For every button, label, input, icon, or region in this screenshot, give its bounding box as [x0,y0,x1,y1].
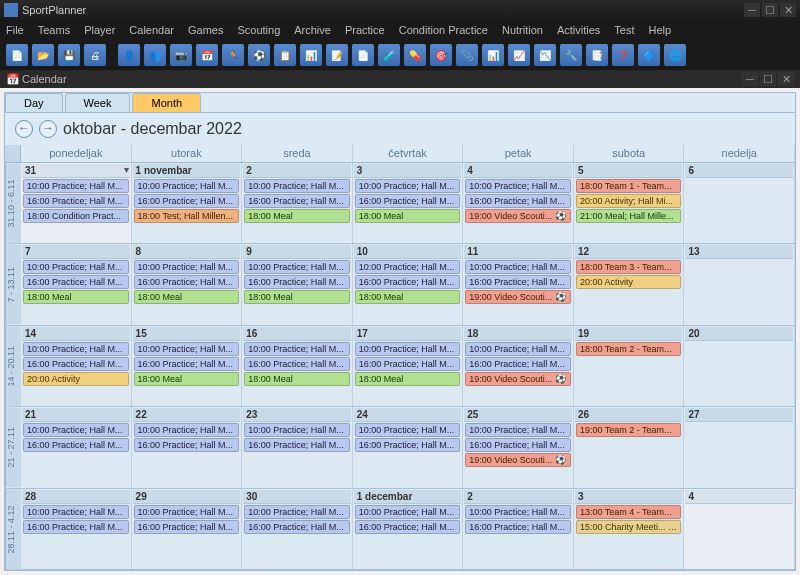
event-practice[interactable]: 16:00 Practice; Hall M... [134,275,240,289]
event-video[interactable]: 19:00 Video Scouti... ⚽ [465,453,571,467]
event-practice[interactable]: 16:00 Practice; Hall M... [465,275,571,289]
event-practice[interactable]: 16:00 Practice; Hall M... [244,520,350,534]
event-team[interactable]: 18:00 Team 1 - Team... [576,179,682,193]
event-meal[interactable]: 18:00 Meal [244,372,350,386]
event-practice[interactable]: 10:00 Practice; Hall M... [355,505,461,519]
event-video[interactable]: 19:00 Video Scouti... ⚽ [465,372,571,386]
event-practice[interactable]: 10:00 Practice; Hall M... [244,179,350,193]
day-cell[interactable]: 1 novembar10:00 Practice; Hall M...16:00… [132,163,243,243]
day-cell[interactable]: 2910:00 Practice; Hall M...16:00 Practic… [132,489,243,569]
toolbar-button-3[interactable]: 🖨 [84,44,106,66]
event-team[interactable]: 18:00 Team 2 - Team... [576,342,682,356]
event-activity[interactable]: 20:00 Activity [576,275,682,289]
toolbar-button-10[interactable]: ⚽ [248,44,270,66]
event-practice[interactable]: 10:00 Practice; Hall M... [23,342,129,356]
menu-help[interactable]: Help [649,24,672,36]
event-practice[interactable]: 10:00 Practice; Hall M... [244,342,350,356]
day-cell[interactable]: 1218:00 Team 3 - Team...20:00 Activity [574,244,685,324]
event-practice[interactable]: 10:00 Practice; Hall M... [134,342,240,356]
event-practice[interactable]: 10:00 Practice; Hall M... [23,423,129,437]
event-practice[interactable]: 10:00 Practice; Hall M... [355,179,461,193]
toolbar-button-9[interactable]: 🏃 [222,44,244,66]
day-cell[interactable]: 2110:00 Practice; Hall M...16:00 Practic… [21,407,132,487]
event-practice[interactable]: 10:00 Practice; Hall M... [134,423,240,437]
toolbar-button-17[interactable]: 🎯 [430,44,452,66]
toolbar-button-23[interactable]: 📑 [586,44,608,66]
toolbar-button-15[interactable]: 🧪 [378,44,400,66]
day-cell[interactable]: 310:00 Practice; Hall M...16:00 Practice… [353,163,464,243]
event-practice[interactable]: 10:00 Practice; Hall M... [244,505,350,519]
event-test[interactable]: 18:00 Test; Hall Millen... [134,209,240,223]
day-cell[interactable]: 31▾10:00 Practice; Hall M...16:00 Practi… [21,163,132,243]
toolbar-button-1[interactable]: 📂 [32,44,54,66]
event-practice[interactable]: 10:00 Practice; Hall M... [244,423,350,437]
event-practice[interactable]: 16:00 Practice; Hall M... [355,438,461,452]
day-cell[interactable]: 1610:00 Practice; Hall M...16:00 Practic… [242,326,353,406]
toolbar-button-5[interactable]: 👤 [118,44,140,66]
day-cell[interactable]: 1510:00 Practice; Hall M...16:00 Practic… [132,326,243,406]
day-cell[interactable]: 1410:00 Practice; Hall M...16:00 Practic… [21,326,132,406]
day-cell[interactable]: 410:00 Practice; Hall M...16:00 Practice… [463,163,574,243]
event-practice[interactable]: 16:00 Practice; Hall M... [465,357,571,371]
maximize-button[interactable]: ☐ [762,3,778,17]
day-cell[interactable]: 1710:00 Practice; Hall M...16:00 Practic… [353,326,464,406]
event-practice[interactable]: 10:00 Practice; Hall M... [23,179,129,193]
day-cell[interactable]: 710:00 Practice; Hall M...16:00 Practice… [21,244,132,324]
prev-button[interactable]: ← [15,120,33,138]
menu-scouting[interactable]: Scouting [237,24,280,36]
day-cell[interactable]: 1 decembar10:00 Practice; Hall M...16:00… [353,489,464,569]
event-meal[interactable]: 18:00 Meal [23,290,129,304]
sub-close-button[interactable]: ✕ [778,72,794,86]
menu-activities[interactable]: Activities [557,24,600,36]
event-practice[interactable]: 16:00 Practice; Hall M... [244,275,350,289]
menu-test[interactable]: Test [614,24,634,36]
event-practice[interactable]: 10:00 Practice; Hall M... [23,505,129,519]
day-cell[interactable]: 2810:00 Practice; Hall M...16:00 Practic… [21,489,132,569]
menu-teams[interactable]: Teams [38,24,70,36]
event-practice[interactable]: 16:00 Practice; Hall M... [244,357,350,371]
menu-condition-practice[interactable]: Condition Practice [399,24,488,36]
event-practice[interactable]: 16:00 Practice; Hall M... [465,194,571,208]
event-video[interactable]: 19:00 Video Scouti... ⚽ [465,290,571,304]
day-cell[interactable]: 210:00 Practice; Hall M...16:00 Practice… [242,163,353,243]
event-practice[interactable]: 10:00 Practice; Hall M... [355,423,461,437]
day-cell[interactable]: 27 [684,407,795,487]
toolbar-button-25[interactable]: 🔷 [638,44,660,66]
more-indicator-icon[interactable]: ▾ [124,164,129,175]
toolbar-button-19[interactable]: 📊 [482,44,504,66]
day-cell[interactable]: 910:00 Practice; Hall M...16:00 Practice… [242,244,353,324]
event-practice[interactable]: 16:00 Practice; Hall M... [134,520,240,534]
event-meal[interactable]: 18:00 Meal [355,372,461,386]
toolbar-button-16[interactable]: 💊 [404,44,426,66]
menu-games[interactable]: Games [188,24,223,36]
event-practice[interactable]: 10:00 Practice; Hall M... [465,260,571,274]
day-cell[interactable]: 2619:00 Team 2 - Team... [574,407,685,487]
tab-day[interactable]: Day [5,93,63,112]
event-practice[interactable]: 16:00 Practice; Hall M... [134,194,240,208]
day-cell[interactable]: 1110:00 Practice; Hall M...16:00 Practic… [463,244,574,324]
event-practice[interactable]: 10:00 Practice; Hall M... [355,260,461,274]
day-cell[interactable]: 518:00 Team 1 - Team...20:00 Activity; H… [574,163,685,243]
toolbar-button-11[interactable]: 📋 [274,44,296,66]
event-meal[interactable]: 18:00 Meal [244,290,350,304]
event-practice[interactable]: 16:00 Practice; Hall M... [355,194,461,208]
event-practice[interactable]: 16:00 Practice; Hall M... [23,275,129,289]
toolbar-button-18[interactable]: 📎 [456,44,478,66]
event-practice[interactable]: 16:00 Practice; Hall M... [355,520,461,534]
event-practice[interactable]: 10:00 Practice; Hall M... [465,423,571,437]
day-cell[interactable]: 2410:00 Practice; Hall M...16:00 Practic… [353,407,464,487]
sub-minimize-button[interactable]: ─ [742,72,758,86]
event-team[interactable]: 13:00 Team 4 - Team... [576,505,682,519]
event-meal[interactable]: 18:00 Meal [355,209,461,223]
event-meal[interactable]: 18:00 Meal [134,290,240,304]
menu-calendar[interactable]: Calendar [129,24,174,36]
toolbar-button-24[interactable]: ❓ [612,44,634,66]
event-practice[interactable]: 16:00 Practice; Hall M... [134,438,240,452]
day-cell[interactable]: 1010:00 Practice; Hall M...16:00 Practic… [353,244,464,324]
toolbar-button-7[interactable]: 📷 [170,44,192,66]
close-button[interactable]: ✕ [780,3,796,17]
event-practice[interactable]: 16:00 Practice; Hall M... [244,438,350,452]
day-cell[interactable]: 2510:00 Practice; Hall M...16:00 Practic… [463,407,574,487]
event-practice[interactable]: 10:00 Practice; Hall M... [465,505,571,519]
toolbar-button-6[interactable]: 👥 [144,44,166,66]
